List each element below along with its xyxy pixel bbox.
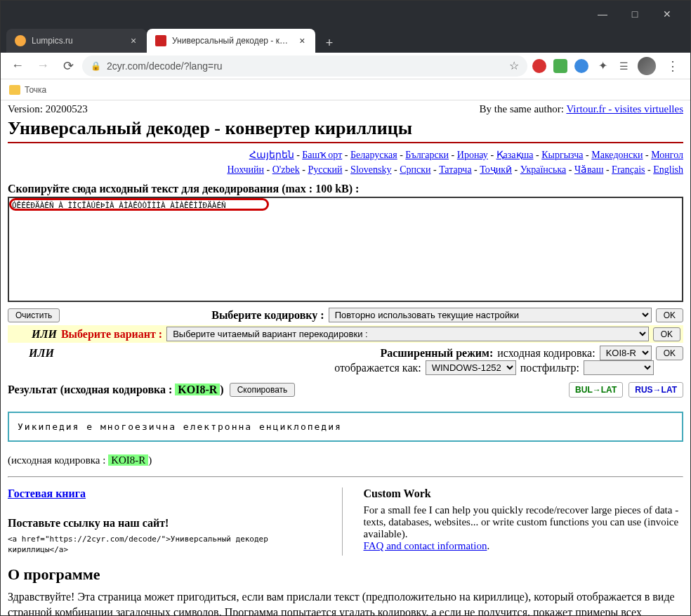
language-links: Հայերեն - Башҡорт - Беларуская - Българс…: [8, 148, 683, 177]
window-titlebar: — □ ✕: [1, 1, 690, 27]
profile-avatar[interactable]: [638, 57, 656, 75]
about-text: Здравствуйте! Эта страница может пригоди…: [8, 589, 683, 616]
bookmarks-bar: Точка: [1, 79, 690, 100]
variant-select[interactable]: Выберите читаемый вариант перекодировки …: [166, 327, 648, 341]
faq-link[interactable]: FAQ and contact information: [364, 540, 487, 551]
page-content: Version: 20200523 By the same author: Vi…: [1, 100, 690, 616]
lang-link[interactable]: Македонски: [591, 150, 643, 160]
new-tab-button[interactable]: +: [320, 33, 339, 53]
encoding-select[interactable]: Повторно использовать текущие настройки: [329, 308, 652, 322]
back-button[interactable]: ←: [6, 55, 29, 77]
extensions-icon[interactable]: ✦: [595, 59, 610, 73]
window-minimize[interactable]: —: [586, 3, 619, 25]
chrome-menu-icon[interactable]: ⋮: [661, 58, 685, 74]
lang-link[interactable]: Български: [405, 150, 449, 160]
tab-title: Lumpics.ru: [32, 36, 73, 46]
lang-link[interactable]: Русский: [308, 164, 342, 175]
copy-button[interactable]: Скопировать: [230, 383, 296, 397]
lang-link[interactable]: Беларуская: [350, 150, 397, 160]
url-text: 2cyr.com/decode/?lang=ru: [107, 60, 223, 72]
tab-decoder[interactable]: Универсальный декодер - конве ×: [147, 29, 315, 53]
source-encoding-text: (исходная кодировка : KOI8-R): [8, 454, 683, 466]
author-line: By the same author: Virtour.fr - visites…: [480, 103, 683, 115]
lang-link[interactable]: Татарча: [439, 164, 471, 175]
advanced-mode-label: Расширенный режим:: [380, 347, 493, 360]
lang-link[interactable]: Slovensky: [350, 164, 391, 175]
tab-lumpics[interactable]: Lumpics.ru ×: [6, 29, 147, 53]
ok-button[interactable]: OK: [653, 327, 680, 341]
address-bar[interactable]: 🔒 2cyr.com/decode/?lang=ru ☆: [82, 55, 527, 77]
lang-link[interactable]: Українська: [520, 164, 566, 175]
postfilter-label: постфильтр:: [520, 362, 579, 374]
lang-link[interactable]: Башҡорт: [302, 150, 342, 160]
lang-link[interactable]: Чӑваш: [574, 164, 604, 175]
ok-button[interactable]: OK: [656, 308, 683, 322]
lang-link[interactable]: Српски: [400, 164, 430, 175]
virtour-link[interactable]: Virtour.fr - visites virtuelles: [566, 103, 683, 114]
tab-title: Универсальный декодер - конве: [172, 36, 292, 46]
tab-close-icon[interactable]: ×: [298, 36, 307, 46]
src-enc-label: исходная кодировка:: [497, 347, 595, 360]
guestbook-link[interactable]: Гостевая книга: [8, 487, 86, 499]
link-snippet[interactable]: <a href="https://2cyr.com/decode/">Униве…: [8, 534, 328, 556]
choose-variant-label: Выберите вариант :: [61, 328, 162, 341]
lang-link[interactable]: Français: [612, 164, 645, 175]
or-label: ИЛИ: [29, 347, 54, 360]
lang-link[interactable]: Монгол: [651, 150, 683, 160]
custom-work-text: For a small fee I can help you quickly r…: [364, 504, 684, 552]
lang-link[interactable]: English: [653, 164, 683, 175]
bookmark-star-icon[interactable]: ☆: [509, 59, 519, 72]
page-title: Универсальный декодер - конвертер кирилл…: [8, 118, 683, 143]
browser-toolbar: ← → ⟳ 🔒 2cyr.com/decode/?lang=ru ☆ ✦ ☰ ⋮: [1, 53, 690, 79]
source-textarea[interactable]: [8, 197, 683, 302]
favicon-lumpics: [15, 35, 26, 46]
window-close[interactable]: ✕: [651, 3, 683, 25]
instruction-label: Скопируйте сюда исходный текст для декод…: [8, 183, 683, 195]
about-heading: О программе: [8, 565, 683, 584]
divider: [8, 476, 683, 478]
rus-lat-button[interactable]: RUS→LAT: [629, 382, 683, 398]
clear-button[interactable]: Очистить: [8, 308, 60, 322]
choose-encoding-label: Выберите кодировку :: [211, 309, 324, 322]
displayed-as-label: отображается как:: [334, 362, 421, 374]
forward-button[interactable]: →: [32, 55, 54, 77]
version-label: Version: 20200523: [8, 103, 88, 115]
lang-link[interactable]: Тоҷикӣ: [480, 164, 512, 175]
put-link-heading: Поставьте ссылку на наш сайт!: [8, 517, 328, 530]
reload-button[interactable]: ⟳: [57, 55, 79, 77]
favicon-2cyr: [155, 35, 166, 46]
extension-music[interactable]: [553, 59, 567, 73]
lang-link[interactable]: Հայերեն: [249, 150, 294, 160]
postfilter-select[interactable]: [584, 360, 654, 375]
or-label: ИЛИ: [32, 328, 57, 341]
bookmark-folder[interactable]: Точка: [9, 85, 46, 95]
result-box: Уикипедия е многоезична електронна енцик…: [8, 412, 683, 442]
displayed-as-select[interactable]: WINDOWS-1252: [426, 360, 516, 375]
tab-strip: Lumpics.ru × Универсальный декодер - кон…: [1, 27, 690, 53]
lang-link[interactable]: Кыргызча: [541, 150, 583, 160]
bul-lat-button[interactable]: BUL→LAT: [569, 382, 623, 398]
custom-work-heading: Custom Work: [364, 487, 684, 500]
extension-opera[interactable]: [532, 59, 546, 73]
reading-list-icon[interactable]: ☰: [617, 59, 631, 73]
extension-globe[interactable]: [574, 59, 588, 73]
folder-icon: [9, 85, 20, 95]
lang-link[interactable]: Қазақша: [496, 150, 534, 160]
window-maximize[interactable]: □: [619, 3, 651, 25]
result-label: Результат (исходная кодировка : KOI8-R): [8, 384, 224, 396]
lang-link[interactable]: Нохчийн: [227, 164, 264, 175]
lang-link[interactable]: O'zbek: [272, 164, 300, 175]
source-encoding-select[interactable]: KOI8-R: [600, 346, 652, 360]
lock-icon: 🔒: [91, 61, 101, 71]
lang-link[interactable]: Иронау: [457, 150, 488, 160]
ok-button[interactable]: OK: [656, 346, 683, 360]
tab-close-icon[interactable]: ×: [129, 36, 138, 46]
